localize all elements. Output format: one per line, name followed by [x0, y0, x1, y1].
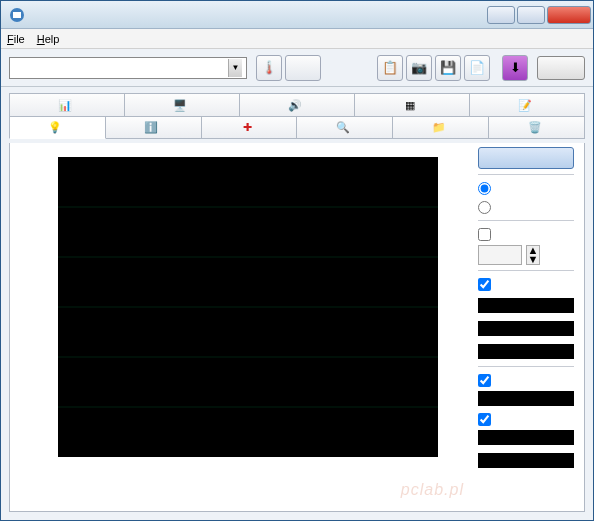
titlebar[interactable]	[1, 1, 593, 29]
health-icon: ✚	[240, 121, 254, 135]
tab-file-benchmark[interactable]: 📊	[9, 93, 125, 116]
write-option[interactable]	[478, 199, 574, 215]
copy-button[interactable]: 📄	[464, 55, 490, 81]
folder-icon: 📁	[432, 121, 446, 135]
watermark: pclab.pl	[401, 481, 464, 499]
close-button[interactable]	[547, 6, 591, 24]
read-option[interactable]	[478, 180, 574, 196]
average-value	[478, 344, 574, 359]
tab-folder-usage[interactable]: 📁	[393, 116, 489, 139]
tab-random-access[interactable]: ▦	[355, 93, 470, 116]
short-stroke-spinner[interactable]: ▲▼	[526, 245, 540, 265]
extra-icon: 📝	[518, 98, 532, 112]
minimum-value	[478, 298, 574, 313]
read-radio[interactable]	[478, 182, 491, 195]
thermometer-icon[interactable]: 🌡️	[256, 55, 282, 81]
random-icon: ▦	[403, 98, 417, 112]
erase-icon: 🗑️	[528, 121, 542, 135]
short-stroke-option[interactable]	[478, 226, 574, 242]
short-stroke-input[interactable]	[478, 245, 522, 265]
tab-extra-tests[interactable]: 📝	[470, 93, 585, 116]
tab-info[interactable]: ℹ️	[106, 116, 202, 139]
device-dropdown[interactable]: ▼	[9, 57, 247, 79]
tab-aam[interactable]: 🔊	[240, 93, 355, 116]
chart-area: pclab.pl	[20, 145, 472, 503]
toolbar: ▼ 🌡️ 📋 📷 💾 📄 ⬇	[1, 49, 593, 87]
tab-error-scan[interactable]: 🔍	[297, 116, 393, 139]
info-icon: ℹ️	[144, 121, 158, 135]
tab-benchmark[interactable]: 💡	[9, 116, 106, 139]
chevron-down-icon: ▼	[228, 59, 242, 77]
tab-erase[interactable]: 🗑️	[489, 116, 585, 139]
maximum-value	[478, 321, 574, 336]
transfer-rate-option[interactable]	[478, 276, 574, 292]
monitor-icon: 🖥️	[173, 98, 187, 112]
tab-health[interactable]: ✚	[202, 116, 298, 139]
save-button[interactable]: 💾	[435, 55, 461, 81]
app-window: File Help ▼ 🌡️ 📋 📷 💾 📄 ⬇ 📊 🖥️ 🔊 ▦	[0, 0, 594, 521]
menubar: File Help	[1, 29, 593, 49]
side-panel: ▲▼	[478, 145, 574, 503]
options-button[interactable]: ⬇	[502, 55, 528, 81]
access-time-value	[478, 391, 574, 406]
file-benchmark-icon: 📊	[58, 98, 72, 112]
speaker-icon: 🔊	[288, 98, 302, 112]
burst-rate-checkbox[interactable]	[478, 413, 491, 426]
tabs: 📊 🖥️ 🔊 ▦ 📝 💡 ℹ️ ✚ 🔍 📁 🗑️	[1, 87, 593, 143]
tab-disk-monitor[interactable]: 🖥️	[125, 93, 240, 116]
scan-icon: 🔍	[336, 121, 350, 135]
benchmark-icon: 💡	[48, 121, 62, 135]
access-time-checkbox[interactable]	[478, 374, 491, 387]
maximize-button[interactable]	[517, 6, 545, 24]
menu-file[interactable]: File	[7, 33, 25, 45]
access-time-option[interactable]	[478, 372, 574, 388]
screenshot-button[interactable]: 📷	[406, 55, 432, 81]
minimize-button[interactable]	[487, 6, 515, 24]
temperature-display	[285, 55, 321, 81]
svg-rect-1	[13, 12, 21, 18]
copy-info-button[interactable]: 📋	[377, 55, 403, 81]
benchmark-chart	[20, 145, 472, 481]
burst-rate-option[interactable]	[478, 411, 574, 427]
transfer-rate-checkbox[interactable]	[478, 278, 491, 291]
start-button[interactable]	[478, 147, 574, 169]
content-area: pclab.pl ▲▼	[9, 143, 585, 512]
exit-button[interactable]	[537, 56, 585, 80]
burst-rate-value	[478, 430, 574, 445]
app-icon	[9, 7, 25, 23]
cpu-usage-value	[478, 453, 574, 468]
menu-help[interactable]: Help	[37, 33, 60, 45]
short-stroke-checkbox[interactable]	[478, 228, 491, 241]
write-radio[interactable]	[478, 201, 491, 214]
